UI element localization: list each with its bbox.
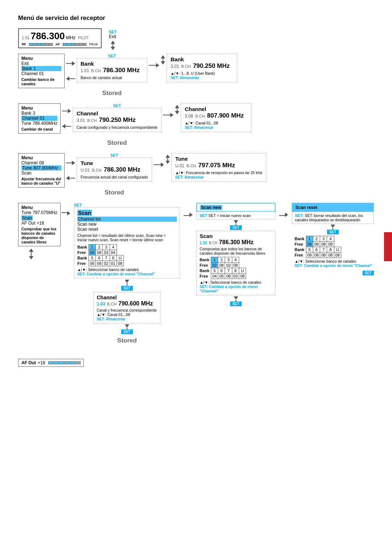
tune-result-title: Tune — [175, 156, 262, 162]
set-scan-result: SET — [230, 301, 241, 306]
set-scan-new: SET — [230, 225, 241, 230]
stored-1: Stored — [102, 90, 122, 97]
stored-3: Stored — [105, 189, 124, 196]
channel-sub-nav: ▲/▼: Canal 01...08 — [97, 312, 157, 317]
scan-result-box: Scan 1.01 B.CH 786.300 MHz Comprueba que… — [196, 231, 275, 295]
channel-sub-box: Channel 1.03 B.CH 790.600 MHz Canal y fr… — [93, 292, 160, 324]
scan-result-set2: SET: Cambiar a opción de menú "Channel" — [200, 284, 272, 293]
menu-box-4: Menu Tune 797.075MHz Scan AF Out +18 Com… — [18, 203, 61, 246]
tune-bch: B.CH — [92, 168, 101, 172]
menu-menu-3: Menu — [21, 155, 61, 160]
bank-freq: 786.300 MHz — [103, 67, 140, 74]
channel-sub-freq: 790.600 MHz — [118, 300, 153, 307]
stored-2: Stored — [107, 139, 127, 147]
receiver-display: 1.01 786.300 MHz PILOT RF AF — [18, 28, 374, 50]
tune-result-bch: B.CH — [187, 164, 196, 168]
scan-reset-set2: SET: Cambiar a opción de menú "Channel" — [295, 263, 372, 268]
channel-ch: 3.01 — [77, 118, 85, 123]
tune-result-freq: 797.075 MHz — [198, 162, 235, 169]
result-ch: 3.01 — [171, 64, 179, 69]
scan-result-nav: ▲/▼: Seleccionar banco de canales — [200, 280, 272, 284]
result-set-note: SET: Almacenar — [171, 75, 233, 80]
menu-tune-4: Tune 797.075MHz — [21, 210, 57, 215]
channel-sub-note: Canal y frecuencia correspondiente — [97, 308, 157, 312]
scan-reset-item[interactable]: Scan reset — [77, 227, 177, 232]
set-indicator-channel: SET — [121, 329, 132, 334]
scan-reset-table: Bank 1 2 3 4 Free 08 08 08 08 Bank 5 6 — [295, 236, 341, 258]
pilot-label: PILOT — [78, 36, 89, 40]
scan-channel-list[interactable]: Channel list — [77, 217, 177, 222]
set-scan-reset-bottom: SET — [363, 271, 374, 275]
scan-result-bch: B.CH — [209, 241, 217, 245]
bank-info-box: Bank 1.01 B.CH 786.300 MHz Banco de cana… — [77, 58, 147, 82]
scan-result-table: Bank 1 2 3 4 Free 02 08 02 08 Bank — [200, 257, 246, 279]
menu-channel-2: Channel 01 — [21, 116, 57, 121]
menu-tune-2: Tune 786.400MHz — [21, 121, 57, 126]
channel-result-bch: B.CH — [195, 114, 205, 118]
bank-note: Banco de canales actual — [81, 75, 143, 80]
scan-reset-set-note: SET: borrar resultado del scan, los cana… — [295, 213, 363, 222]
menu-scan-3: Scan — [21, 171, 61, 176]
set-scan-sub: SET — [74, 203, 82, 207]
scan-table-1: Bank 1 2 3 4 Free 08 08 03 04 Bank — [77, 244, 124, 266]
scan-new-set-label: SET — [200, 213, 207, 218]
channel-result-set: SET: Almacenar — [185, 125, 248, 130]
af-out-label: AF Out — [21, 360, 36, 365]
channel-result-nav: ▲/▼: Canal 01...08 — [185, 121, 248, 125]
rf-label: RF — [22, 42, 26, 46]
peak-label: PEAK — [89, 42, 98, 46]
menu-menu-1: Menu — [21, 56, 61, 61]
menu-desc-4: Comprobar que los bancos de canales disp… — [21, 227, 57, 244]
menu-af-4: AF Out +18 — [21, 221, 57, 226]
stored-4: Stored — [117, 337, 137, 344]
freq-display: 786.300 — [30, 30, 65, 42]
scan-new-note-box: SET SET = iniciar nuevo scan — [196, 212, 275, 219]
tune-title: Tune — [81, 160, 148, 166]
scan-result-title: Scan — [200, 233, 272, 239]
unit-label: MHz — [66, 35, 75, 40]
tune-result-ch: U.01 — [175, 163, 184, 168]
channel-bch: B.CH — [87, 118, 97, 123]
scan-reset-label: Scan reset — [295, 205, 318, 210]
channel-sub-bch: B.CH — [107, 302, 117, 306]
channel-sub-ch: 1.03 — [97, 301, 105, 307]
top-set-label: SET — [109, 30, 117, 34]
set-indicator-scan: SET — [121, 286, 132, 291]
page-wrapper: Menú de servicio del receptor 1.01 786.3… — [18, 15, 374, 554]
set-label-2: SET — [113, 103, 121, 108]
scan-new-label: Scan new — [200, 205, 222, 210]
scan-result-note: Comprueba que todos los bancos de canale… — [200, 247, 272, 255]
red-tab — [384, 232, 392, 261]
scan-new-set-note: SET = iniciar nuevo scan — [208, 213, 250, 218]
channel-title: Channel — [77, 110, 158, 116]
tune-note: Frecuencia actual del canal configurado — [81, 175, 148, 179]
section-tune: Menu Channel 08 Tune 807.900MHz Scan Aju… — [18, 153, 374, 196]
af-out-bar: AF Out +18 — [18, 359, 84, 367]
scan-result-freq: 786.300 MHz — [219, 239, 253, 246]
set-label-1: SET — [108, 54, 116, 58]
channel-sub-set: SET: Almacenar — [97, 317, 157, 321]
channel-result-title: Channel — [185, 106, 248, 112]
menu-bank-2: Bank 3 — [21, 111, 57, 116]
tune-freq: 786.300 MHz — [104, 166, 140, 173]
scan-new-header: Scan new — [196, 203, 275, 212]
top-exit-label: Exit — [109, 34, 117, 39]
menu-desc-2: Cambiar de canal — [21, 127, 57, 131]
menu-box-1: Menu Exit Bank 1 Channel 01 Cambiar banc… — [18, 54, 65, 88]
tune-ch: U.01 — [81, 168, 90, 173]
menu-scan-4: Scan — [21, 216, 33, 221]
bank-bch: B.CH — [91, 69, 101, 73]
result-bch: B.CH — [181, 64, 191, 69]
scan-reset-set-label: SET: — [295, 213, 305, 218]
set-label-3: SET — [110, 153, 118, 157]
channel-info-box: Channel 3.01 B.CH 790.250 MHz Canal conf… — [73, 108, 162, 132]
scan-new-item[interactable]: Scan new — [77, 222, 177, 227]
scan-result-ch: 1.01 — [200, 241, 207, 245]
bank-result-title: Bank — [171, 56, 233, 62]
af-out-value: +18 — [38, 360, 45, 365]
menu-box-3: Menu Channel 08 Tune 807.900MHz Scan Aju… — [18, 153, 65, 188]
channel-result-freq: 807.900 MHz — [207, 112, 244, 119]
tune-result-nav: ▲/▼: Frecuencia de recepción en pasos de… — [175, 171, 262, 175]
scan-reset-nav: ▲/▼: Seleccionar banco de canales — [295, 259, 356, 263]
menu-exit-1: Exit — [21, 61, 61, 66]
